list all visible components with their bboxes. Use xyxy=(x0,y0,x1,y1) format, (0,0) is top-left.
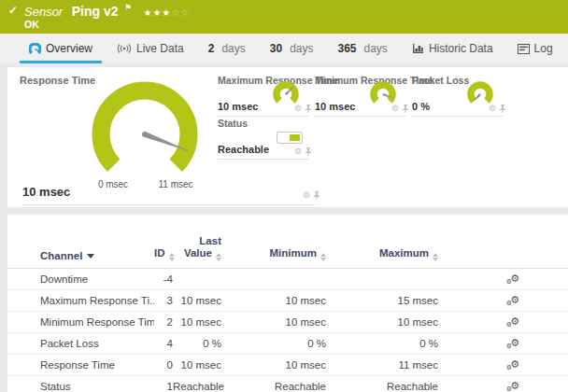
prtg-sensor-page: ✓ Sensor Ping v2 ⚑ ★★★☆☆ OK Overview Liv… xyxy=(0,0,568,392)
channel-last-value: 10 msec xyxy=(173,295,221,306)
tab-30-days-unit: days xyxy=(290,42,313,55)
tab-30-days[interactable]: 30 days xyxy=(258,34,326,63)
tab-overview[interactable]: Overview xyxy=(17,34,105,63)
channel-maximum: 10 msec xyxy=(326,316,438,328)
mini-value: Reachable xyxy=(218,144,269,155)
channel-id: 2 xyxy=(154,316,173,328)
channel-name[interactable]: Status xyxy=(40,381,154,392)
col-header-maximum[interactable]: Maximum xyxy=(326,247,438,261)
widget-pin-icon[interactable] xyxy=(305,147,312,156)
widget-pin-icon[interactable] xyxy=(305,105,312,113)
tab-settings[interactable]: ⚙ Settings xyxy=(565,34,568,63)
channel-settings-icon[interactable]: ⚙⚙ xyxy=(506,316,519,328)
tab-live-data[interactable]: Live Data xyxy=(105,34,196,63)
channel-last-value: 0 % xyxy=(173,338,221,349)
channel-settings-icon[interactable]: ⚙⚙ xyxy=(506,273,519,285)
sensor-title: Ping v2 xyxy=(72,4,119,19)
mini-widget-icons: ⚙ xyxy=(391,105,409,113)
channel-minimum: 10 msec xyxy=(221,295,326,306)
channel-settings-icon[interactable]: ⚙⚙ xyxy=(506,381,519,392)
channel-last-value: 10 msec xyxy=(173,359,221,371)
table-row[interactable]: Packet Loss 4 0 % 0 % 0 % ⚙⚙ xyxy=(7,333,568,355)
channel-maximum: 0 % xyxy=(326,338,438,349)
sort-direction-icon xyxy=(87,254,94,259)
tab-log[interactable]: Log xyxy=(505,34,565,63)
historic-data-icon xyxy=(412,43,424,54)
sensor-status: OK xyxy=(24,19,39,30)
widget-gear-icon[interactable]: ⚙ xyxy=(391,105,399,113)
widget-pin-icon[interactable] xyxy=(313,191,320,200)
sort-icon xyxy=(433,253,438,261)
table-row[interactable]: Downtime -4 ⚙⚙ xyxy=(7,269,568,290)
col-header-last-value[interactable]: LastValue xyxy=(173,235,221,261)
mini-value: 10 msec xyxy=(218,101,258,112)
channel-name[interactable]: Response Time xyxy=(40,359,154,371)
col-header-channel[interactable]: Channel xyxy=(40,250,154,261)
mini-widget-icons: ⚙ xyxy=(489,105,506,113)
channel-name[interactable]: Minimum Response Time xyxy=(40,316,154,328)
col-header-minimum[interactable]: Minimum xyxy=(221,247,326,261)
channel-minimum: Reachable xyxy=(221,381,326,392)
table-header-row: Channel ID LastValue Minimum Maximum xyxy=(7,215,568,269)
tab-bar: Overview Live Data 2 days 30 days 365 da… xyxy=(0,34,568,63)
channel-settings-icon[interactable]: ⚙⚙ xyxy=(506,359,519,371)
channel-settings-icon[interactable]: ⚙⚙ xyxy=(506,295,519,306)
gauge-scale-min: 0 msec xyxy=(85,179,141,189)
widget-pin-icon[interactable] xyxy=(499,105,506,113)
channel-id: -4 xyxy=(154,273,173,285)
channel-id: 3 xyxy=(154,295,173,306)
channel-id: 4 xyxy=(154,338,173,349)
stars-filled[interactable]: ★★★ xyxy=(143,7,171,18)
priority-stars[interactable]: ★★★☆☆ xyxy=(143,7,190,18)
channel-maximum: Reachable xyxy=(326,381,438,392)
channel-name[interactable]: Packet Loss xyxy=(40,338,154,349)
main-gauge-value: 10 msec xyxy=(22,185,70,199)
status-indicator-knob xyxy=(290,134,300,141)
tab-historic-data-label: Historic Data xyxy=(429,42,493,55)
channel-minimum: 10 msec xyxy=(221,359,326,371)
widget-pin-icon[interactable] xyxy=(402,105,409,113)
col-header-id[interactable]: ID xyxy=(154,247,173,261)
channel-settings-icon[interactable]: ⚙⚙ xyxy=(506,338,519,349)
channel-id: 0 xyxy=(154,359,173,371)
tab-overview-label: Overview xyxy=(46,42,92,55)
status-indicator xyxy=(277,132,303,144)
widget-gear-icon[interactable]: ⚙ xyxy=(294,147,302,156)
mini-title: Status xyxy=(218,118,248,129)
mini-widget-icons: ⚙ xyxy=(294,147,312,156)
widget-gear-icon[interactable]: ⚙ xyxy=(303,191,310,200)
channel-id: 1 xyxy=(154,381,173,392)
widget-gear-icon[interactable]: ⚙ xyxy=(489,105,496,113)
tab-2-days[interactable]: 2 days xyxy=(196,34,258,63)
table-row[interactable]: Minimum Response Time 2 10 msec 10 msec … xyxy=(7,312,568,333)
tab-2-days-number: 2 xyxy=(208,42,215,55)
tab-365-days-unit: days xyxy=(364,42,388,55)
mini-value: 0 % xyxy=(412,101,430,112)
sensor-header: ✓ Sensor Ping v2 ⚑ ★★★☆☆ OK xyxy=(0,0,568,34)
table-row[interactable]: Maximum Response Ti... 3 10 msec 10 msec… xyxy=(7,290,568,312)
sensor-title-line: Sensor Ping v2 ⚑ ★★★☆☆ xyxy=(24,3,190,20)
stars-empty[interactable]: ☆☆ xyxy=(171,7,190,18)
table-row[interactable]: Response Time 0 10 msec 10 msec 11 msec … xyxy=(7,355,568,376)
table-row[interactable]: Status 1 Reachable Reachable Reachable ⚙… xyxy=(7,376,568,392)
tab-historic-data[interactable]: Historic Data xyxy=(400,34,505,63)
ok-check-icon: ✓ xyxy=(8,4,18,17)
channel-name[interactable]: Maximum Response Ti... xyxy=(40,295,154,306)
channel-maximum: 15 msec xyxy=(326,295,438,306)
flag-icon[interactable]: ⚑ xyxy=(124,3,132,12)
channel-minimum: 10 msec xyxy=(221,316,326,328)
channel-last-value: 10 msec xyxy=(173,316,221,328)
sensor-kind-label: Sensor xyxy=(24,5,63,19)
main-widget-icons: ⚙ xyxy=(303,191,320,200)
gauge-icon xyxy=(29,43,41,55)
divider xyxy=(22,204,315,205)
gauge-scale-max: 11 msec xyxy=(148,179,204,189)
channel-name[interactable]: Downtime xyxy=(40,273,154,285)
tab-30-days-number: 30 xyxy=(270,42,282,55)
tab-2-days-unit: days xyxy=(221,42,245,55)
channel-maximum: 11 msec xyxy=(326,359,438,371)
live-data-icon xyxy=(117,43,132,54)
channels-table-panel: Channel ID LastValue Minimum Maximum Dow… xyxy=(7,215,568,392)
widget-gear-icon[interactable]: ⚙ xyxy=(294,105,302,113)
tab-365-days[interactable]: 365 days xyxy=(325,34,399,63)
